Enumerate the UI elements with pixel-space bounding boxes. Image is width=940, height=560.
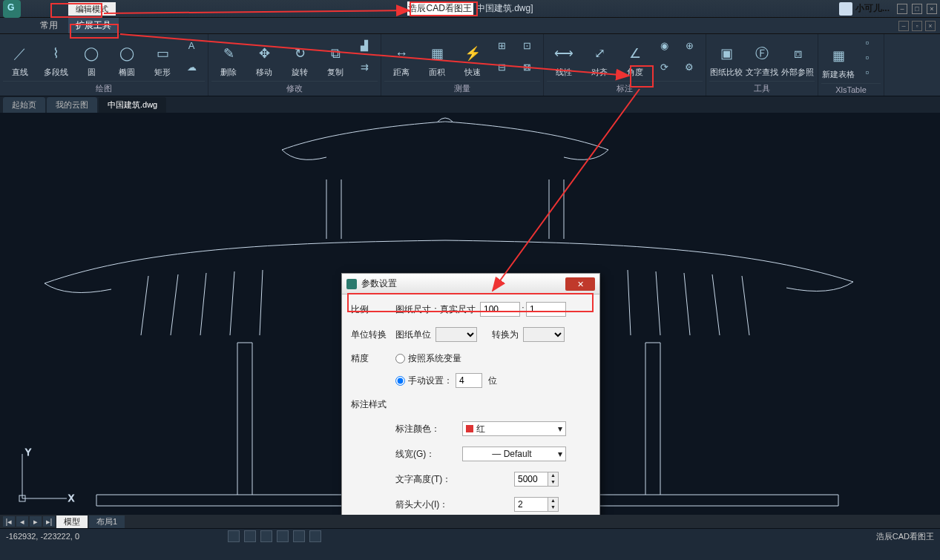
rectangle-button[interactable]: ▭矩形 [145,36,180,81]
copy-button[interactable]: ⧉复制 [318,36,352,81]
svg-text:X: X [68,493,74,504]
arrow-size-input[interactable] [514,497,548,512]
group-label-xlstable: XlsTable [821,83,881,96]
xls-mini: ▫ ▫ ▫ [857,36,881,83]
layout-model-tab[interactable]: 模型 [56,515,88,528]
find-text-button[interactable]: Ⓕ文字查找 [745,36,779,81]
dialog-title-bar[interactable]: 参数设置 ✕ [342,274,599,294]
settings-dim-icon[interactable]: ⚙ [682,62,697,76]
unit-to-label: 转换为 [492,329,519,341]
dim-align-button[interactable]: ⤢对齐 [582,36,617,81]
d1-icon[interactable]: ◉ [657,40,671,55]
m2-icon[interactable]: ⊟ [494,62,509,76]
unit-from-select[interactable] [436,327,477,342]
status-btn-4[interactable] [277,530,289,542]
text-height-input[interactable] [514,472,548,487]
unit-to-select[interactable] [523,327,565,342]
maximize-button[interactable]: □ [912,4,922,14]
cloud-icon[interactable]: ☁ [184,62,199,76]
ratio-a-input[interactable] [480,302,520,317]
user-panel[interactable]: 小可儿... [839,2,890,16]
precision-system-input[interactable] [395,354,405,363]
compare-button[interactable]: ▣图纸比较 [709,36,743,81]
dim-color-select[interactable]: 红 ▾ [462,421,566,436]
status-btn-5[interactable] [293,530,305,542]
ellipse-button[interactable]: ◯椭圆 [110,36,144,81]
precision-manual-radio[interactable]: 手动设置： 位 [395,373,497,388]
group-label-modify: 修改 [211,81,378,96]
dim-style-section: 标注样式 标注颜色： 红 ▾ 线宽(G)： — Default ▾ [351,398,591,512]
layout-1-tab[interactable]: 布局1 [89,515,125,528]
spin-down-icon[interactable]: ▼ [548,504,558,511]
mode-switcher[interactable]: 编辑模式 [68,2,116,16]
spin-up-icon[interactable]: ▲ [548,498,558,504]
erase-button[interactable]: ✎删除 [211,36,246,81]
text-height-spin[interactable]: ▲▼ [514,472,559,487]
xref-button[interactable]: ⧈外部参照 [780,36,815,81]
layout-first-button[interactable]: |◂ [3,516,15,527]
d3-icon[interactable]: ⊕ [682,40,697,55]
layout-next-button[interactable]: ▸ [30,516,42,527]
precision-value-input[interactable] [456,373,482,388]
drawing-canvas[interactable]: Y X 参数设置 ✕ 比例 图纸尺寸： 真实尺寸 : 单位转换 图纸单位 [0,113,940,515]
arrow-size-spin[interactable]: ▲▼ [514,497,559,512]
mirror-icon[interactable]: ▟ [357,40,372,55]
x1-icon[interactable]: ▫ [860,37,875,52]
offset-icon[interactable]: ⇉ [357,62,372,76]
move-button[interactable]: ✥移动 [247,36,281,81]
tab-start[interactable]: 起始页 [3,97,45,113]
distance-button[interactable]: ↔距离 [384,36,418,81]
ribbon-group-measure: ↔距离 ▦面积 ⚡快速 ⊞ ⊟ ⊡ ⊠ 测量 [381,34,544,96]
dialog-close-button[interactable]: ✕ [565,277,595,291]
param-settings-dialog: 参数设置 ✕ 比例 图纸尺寸： 真实尺寸 : 单位转换 图纸单位 转换为 精 [341,273,600,515]
status-btn-3[interactable] [260,530,272,542]
tab-doc[interactable]: 中国建筑.dwg [99,97,166,113]
draw-size-label: 图纸尺寸： [395,303,440,316]
layout-prev-button[interactable]: ◂ [16,516,28,527]
lineweight-label: 线宽(G)： [395,448,462,461]
status-btn-2[interactable] [244,530,256,542]
doc-minimize-button[interactable]: – [898,21,909,31]
ratio-b-input[interactable] [526,302,566,317]
m4-icon[interactable]: ⊠ [519,62,534,76]
doc-restore-button[interactable]: ▫ [912,21,922,31]
app-logo-icon [3,0,21,18]
m3-icon[interactable]: ⊡ [519,40,534,55]
status-btn-6[interactable] [309,530,321,542]
text-height-label: 文字高度(T)： [395,473,514,486]
close-button[interactable]: × [927,4,937,14]
x2-icon[interactable]: ▫ [860,52,875,67]
text-icon[interactable]: A [184,40,199,55]
x3-icon[interactable]: ▫ [860,67,875,82]
m1-icon[interactable]: ⊞ [494,40,509,55]
find-text-icon: Ⓕ [752,43,772,64]
dim-linear-button[interactable]: ⟷线性 [547,36,581,81]
minimize-button[interactable]: – [897,4,907,14]
quick-button[interactable]: ⚡快速 [456,36,490,81]
d2-icon[interactable]: ⟳ [657,62,671,76]
new-table-button[interactable]: ▦新建表格 [821,36,855,83]
circle-icon: ◯ [81,43,102,64]
spin-up-icon[interactable]: ▲ [548,472,558,479]
tab-common[interactable]: 常用 [33,18,65,33]
move-icon: ✥ [254,43,275,64]
line-button[interactable]: ／直线 [3,36,37,81]
status-btn-1[interactable] [228,530,240,542]
area-button[interactable]: ▦面积 [420,36,454,81]
tab-cloud[interactable]: 我的云图 [47,97,97,113]
circle-button[interactable]: ◯圆 [74,36,108,81]
app-name: 浩辰CAD看图王 [407,1,473,16]
lineweight-select[interactable]: — Default ▾ [462,447,566,461]
doc-close-button[interactable]: × [925,21,936,31]
rectangle-icon: ▭ [152,43,173,64]
dim-color-label: 标注颜色： [395,423,462,435]
precision-manual-input[interactable] [395,376,405,386]
tab-extended-tools[interactable]: 扩展工具 [68,18,119,33]
layout-last-button[interactable]: ▸| [43,516,55,527]
polyline-button[interactable]: ⌇多段线 [39,36,73,81]
precision-system-radio[interactable]: 按照系统变量 [395,352,461,365]
ratio-label: 比例 [351,303,395,316]
dim-angle-button[interactable]: ∠角度 [618,36,652,81]
rotate-button[interactable]: ↻旋转 [283,36,317,81]
spin-down-icon[interactable]: ▼ [548,479,558,486]
